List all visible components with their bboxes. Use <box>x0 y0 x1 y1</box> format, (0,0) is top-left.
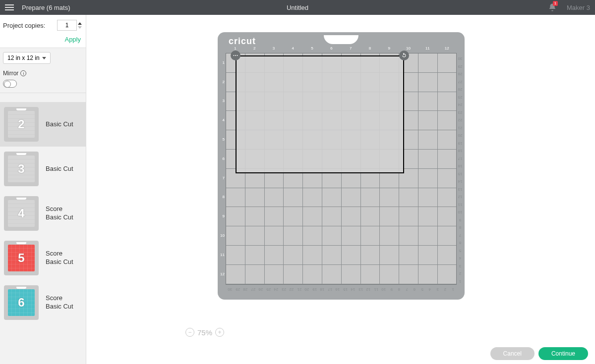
document-title: Untitled <box>287 4 308 11</box>
stepper-up-icon[interactable] <box>78 22 82 25</box>
rotate-handle-icon[interactable] <box>399 51 409 60</box>
continue-button[interactable]: Continue <box>538 347 588 360</box>
project-copies-label: Project copies: <box>3 22 45 29</box>
svg-point-2 <box>237 55 238 56</box>
project-copies-input[interactable] <box>57 20 77 31</box>
info-icon[interactable]: i <box>20 70 26 76</box>
zoom-out-button[interactable]: − <box>185 328 194 337</box>
ruler-top: 123456789101112 <box>226 46 457 53</box>
mat-item-3[interactable]: 3Basic Cut <box>0 147 86 191</box>
zoom-control: − 75% + <box>185 328 224 337</box>
cancel-button[interactable]: Cancel <box>490 347 535 360</box>
notification-badge: 1 <box>553 1 558 6</box>
svg-point-0 <box>234 55 235 56</box>
mat-grid[interactable] <box>226 53 457 285</box>
project-copies-row: Project copies: <box>0 15 86 33</box>
ruler-bottom-cm: 1234567891011121314151617181920212223242… <box>226 285 457 292</box>
mat-number: 5 <box>18 251 24 265</box>
mat-number: 3 <box>18 162 24 176</box>
bell-icon[interactable]: 1 <box>548 3 557 12</box>
top-bar: Prepare (6 mats) Untitled 1 Maker 3 <box>0 0 595 15</box>
mirror-label: Mirror <box>3 70 18 77</box>
mat-thumb: 6 <box>4 285 39 320</box>
ruler-left: 123456789101112 <box>220 53 226 285</box>
mat-preview: cricut 123456789101112 123456789101112 1… <box>218 32 465 300</box>
mat-hanger-icon <box>324 35 358 44</box>
page-title: Prepare (6 mats) <box>22 4 70 11</box>
mat-brand-label: cricut <box>229 36 256 47</box>
mat-thumb: 3 <box>4 152 39 186</box>
divider <box>0 93 86 93</box>
device-label[interactable]: Maker 3 <box>567 4 590 11</box>
ruler-right-cm: 1234567891011121314151617181920212223242… <box>457 53 464 285</box>
mat-item-6[interactable]: 6Score Basic Cut <box>0 280 86 325</box>
mat-thumb: 2 <box>4 107 39 142</box>
footer-buttons: Cancel Continue <box>490 347 588 360</box>
zoom-level: 75% <box>197 328 212 337</box>
mat-number: 4 <box>18 207 24 220</box>
sidebar: Project copies: Apply 12 in x 12 in Mirr… <box>0 15 86 364</box>
copies-stepper[interactable] <box>78 22 82 29</box>
mat-thumb: 4 <box>4 196 39 231</box>
mat-number: 2 <box>18 117 24 131</box>
mat-label: Score Basic Cut <box>46 205 73 222</box>
apply-button[interactable]: Apply <box>64 36 81 43</box>
options-handle-icon[interactable] <box>231 51 240 60</box>
mat-label: Score Basic Cut <box>46 250 73 266</box>
mat-item-4[interactable]: 4Score Basic Cut <box>0 191 86 236</box>
mirror-row: Mirror i <box>0 66 86 79</box>
main-canvas-area: cricut 123456789101112 123456789101112 1… <box>86 15 595 364</box>
mat-thumb: 5 <box>4 241 39 275</box>
mat-label: Basic Cut <box>46 165 73 173</box>
mat-label: Basic Cut <box>46 120 73 129</box>
mat-size-select[interactable]: 12 in x 12 in <box>3 52 51 64</box>
mat-label: Score Basic Cut <box>46 294 73 311</box>
mat-item-2[interactable]: 2Basic Cut <box>0 102 86 147</box>
mat-number: 6 <box>18 296 24 310</box>
selected-shape[interactable] <box>236 55 404 173</box>
mat-item-5[interactable]: 5Score Basic Cut <box>0 236 86 280</box>
mirror-toggle[interactable] <box>3 80 17 88</box>
menu-hamburger-icon[interactable] <box>5 2 16 13</box>
zoom-in-button[interactable]: + <box>215 328 224 337</box>
stepper-down-icon[interactable] <box>78 26 82 29</box>
mat-size-value: 12 in x 12 in <box>7 54 40 61</box>
svg-point-1 <box>235 55 236 56</box>
mat-list: 2Basic Cut3Basic Cut4Score Basic Cut5Sco… <box>0 102 86 364</box>
chevron-down-icon <box>42 57 46 59</box>
